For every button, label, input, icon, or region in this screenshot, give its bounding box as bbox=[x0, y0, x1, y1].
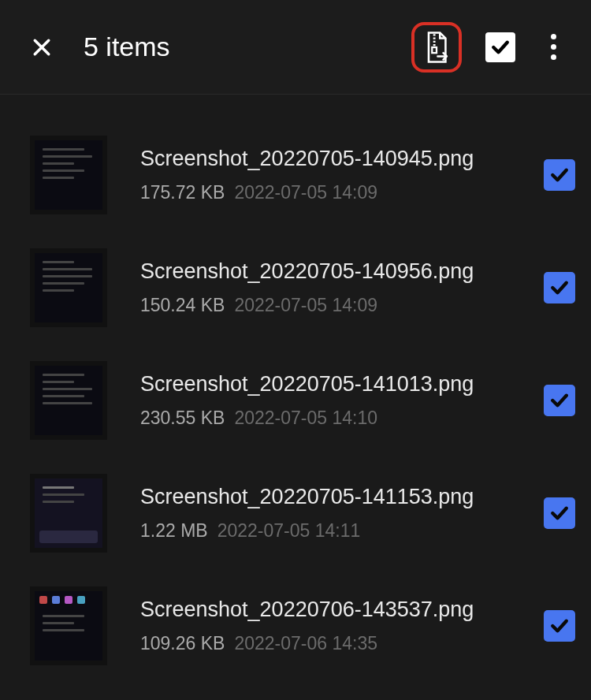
file-meta: 230.55 KB 2022-07-05 14:10 bbox=[140, 408, 536, 429]
selection-checkbox[interactable] bbox=[544, 159, 575, 191]
file-date: 2022-07-05 14:11 bbox=[217, 520, 361, 542]
file-date: 2022-07-05 14:10 bbox=[234, 408, 377, 429]
check-icon bbox=[548, 163, 571, 187]
file-size: 230.55 KB bbox=[140, 408, 225, 429]
file-size: 175.72 KB bbox=[140, 182, 225, 203]
selection-checkbox[interactable] bbox=[544, 272, 575, 303]
file-name: Screenshot_20220706-143537.png bbox=[140, 598, 536, 622]
file-meta: 175.72 KB 2022-07-05 14:09 bbox=[140, 182, 536, 203]
select-all-button[interactable] bbox=[485, 32, 515, 62]
file-meta: 109.26 KB 2022-07-06 14:35 bbox=[140, 633, 536, 654]
file-date: 2022-07-05 14:09 bbox=[234, 182, 377, 203]
file-date: 2022-07-06 14:35 bbox=[234, 633, 377, 654]
file-list: Screenshot_20220705-140945.png 175.72 KB… bbox=[0, 95, 591, 682]
list-item[interactable]: Screenshot_20220706-143537.png 109.26 KB… bbox=[30, 569, 575, 682]
svg-rect-0 bbox=[432, 47, 437, 53]
file-name: Screenshot_20220705-141013.png bbox=[140, 372, 536, 397]
dot-icon bbox=[551, 54, 556, 60]
header-bar: 5 items bbox=[0, 0, 591, 95]
check-icon bbox=[548, 276, 571, 300]
selection-checkbox[interactable] bbox=[544, 497, 575, 529]
close-button[interactable] bbox=[28, 33, 56, 61]
file-name: Screenshot_20220705-140956.png bbox=[140, 259, 536, 284]
file-info: Screenshot_20220705-141153.png 1.22 MB 2… bbox=[107, 485, 536, 542]
dot-icon bbox=[551, 44, 556, 50]
dot-icon bbox=[551, 34, 556, 39]
selection-checkbox[interactable] bbox=[544, 610, 575, 642]
compress-button[interactable] bbox=[411, 22, 462, 73]
selection-checkbox[interactable] bbox=[544, 385, 575, 416]
thumbnail bbox=[30, 586, 107, 665]
close-icon bbox=[30, 35, 54, 59]
file-info: Screenshot_20220705-141013.png 230.55 KB… bbox=[107, 372, 536, 429]
file-name: Screenshot_20220705-141153.png bbox=[140, 485, 536, 509]
file-name: Screenshot_20220705-140945.png bbox=[140, 147, 536, 171]
check-icon bbox=[548, 614, 571, 638]
list-item[interactable]: Screenshot_20220705-141013.png 230.55 KB… bbox=[30, 344, 575, 456]
check-icon bbox=[548, 389, 571, 412]
file-size: 1.22 MB bbox=[140, 520, 208, 542]
list-item[interactable]: Screenshot_20220705-141153.png 1.22 MB 2… bbox=[30, 456, 575, 569]
file-info: Screenshot_20220705-140945.png 175.72 KB… bbox=[107, 147, 536, 203]
thumbnail bbox=[30, 361, 107, 440]
check-icon bbox=[489, 35, 512, 59]
file-size: 150.24 KB bbox=[140, 295, 225, 316]
list-item[interactable]: Screenshot_20220705-140956.png 150.24 KB… bbox=[30, 231, 575, 344]
file-size: 109.26 KB bbox=[140, 633, 225, 654]
thumbnail bbox=[30, 474, 107, 553]
thumbnail bbox=[30, 136, 107, 214]
header-actions bbox=[411, 22, 567, 73]
check-icon bbox=[548, 501, 571, 525]
file-info: Screenshot_20220705-140956.png 150.24 KB… bbox=[107, 259, 536, 316]
list-item[interactable]: Screenshot_20220705-140945.png 175.72 KB… bbox=[30, 118, 575, 231]
more-options-button[interactable] bbox=[539, 34, 567, 60]
file-meta: 1.22 MB 2022-07-05 14:11 bbox=[140, 520, 536, 542]
zip-file-icon bbox=[422, 32, 451, 63]
file-meta: 150.24 KB 2022-07-05 14:09 bbox=[140, 295, 536, 316]
selection-title: 5 items bbox=[84, 32, 411, 62]
thumbnail bbox=[30, 248, 107, 327]
file-info: Screenshot_20220706-143537.png 109.26 KB… bbox=[107, 598, 536, 654]
file-date: 2022-07-05 14:09 bbox=[234, 295, 377, 316]
